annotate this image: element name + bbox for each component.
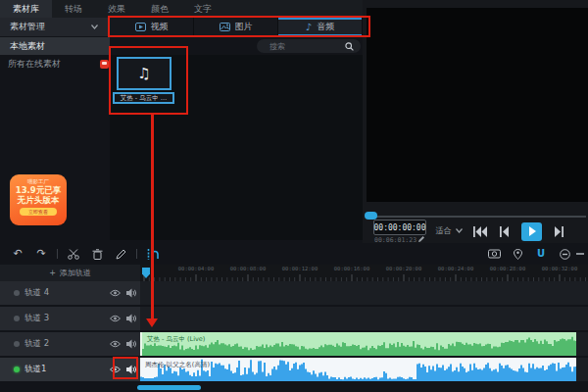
tab-material-library[interactable]: 素材库: [0, 0, 52, 18]
video-icon: [135, 23, 146, 31]
play-button[interactable]: [521, 222, 542, 241]
tab-audio[interactable]: ♪ 音频: [278, 18, 363, 36]
tab-video[interactable]: 视频: [110, 18, 194, 36]
speaker-icon[interactable]: [123, 314, 140, 323]
speaker-icon[interactable]: [123, 339, 140, 349]
zoom-slider[interactable]: [576, 253, 584, 255]
music-note-icon: ♪: [306, 23, 312, 31]
edit-timecode-icon[interactable]: [417, 235, 425, 243]
promo-line1: 13.9元已享: [10, 185, 67, 195]
track-header-3[interactable]: 轨道 3: [0, 307, 140, 330]
promo-cta-button[interactable]: 立即查看: [20, 208, 57, 216]
material-manage-label: 素材管理: [10, 21, 45, 33]
play-icon: [529, 226, 536, 236]
horizontal-scrollbar[interactable]: [137, 385, 201, 390]
tab-image[interactable]: 图片: [194, 18, 278, 36]
undo-button[interactable]: ↶: [6, 245, 29, 263]
speaker-icon[interactable]: [123, 288, 140, 298]
skip-start-button[interactable]: [473, 226, 487, 237]
track-select-dot-active[interactable]: [14, 367, 20, 372]
fit-dropdown[interactable]: 适合: [432, 223, 466, 238]
annotation-arrow-head: [146, 318, 158, 327]
track-select-dot[interactable]: [14, 290, 20, 296]
image-icon: [220, 23, 230, 31]
playhead-icon[interactable]: [142, 268, 150, 278]
promo-badge[interactable]: 喵影工厂 13.9元已享 无片头版本 立即查看: [10, 174, 67, 225]
edit-pen-button[interactable]: [109, 245, 132, 263]
toolbar-divider: [57, 249, 58, 259]
timeline-toolbar: ↶ ↷ U: [0, 245, 588, 263]
add-track-button[interactable]: + 添加轨道: [0, 265, 140, 281]
chevron-down-icon: [456, 228, 463, 233]
library-tabbar: 素材库 转场 效果 颜色 文字: [0, 0, 363, 18]
tab-transitions[interactable]: 转场: [52, 0, 95, 18]
eye-icon[interactable]: [107, 340, 123, 348]
speaker-icon[interactable]: [123, 365, 140, 374]
timeline-ruler[interactable]: 00:00:04:00 00:00:08:00 00:00:12:00 00:0…: [140, 265, 588, 281]
search-placeholder: 搜索: [270, 41, 285, 52]
tab-effects[interactable]: 效果: [95, 0, 138, 18]
track-select-dot[interactable]: [14, 341, 20, 347]
search-box[interactable]: 搜索: [257, 39, 361, 53]
track-select-dot[interactable]: [14, 316, 20, 321]
eye-icon[interactable]: [107, 366, 123, 373]
track-header-1[interactable]: 轨道1: [0, 358, 140, 381]
timecode-total: 00:06:01:23: [374, 236, 416, 244]
sidebar-item-local-media[interactable]: 本地素材: [0, 37, 110, 55]
audio-clip-title[interactable]: 艾热 - 乌云中 …: [113, 92, 174, 104]
audio-clip-green[interactable]: 艾热 - 乌云中 (Live): [140, 332, 576, 356]
seek-handle[interactable]: [365, 212, 377, 220]
hot-badge-icon: [100, 60, 109, 69]
seek-bar[interactable]: [376, 216, 586, 218]
transport-controls: [473, 221, 583, 241]
audio-clip-card[interactable]: ♫: [117, 57, 172, 90]
eye-icon[interactable]: [107, 315, 123, 322]
tab-text[interactable]: 文字: [181, 0, 224, 18]
promo-line2: 无片头版本: [10, 195, 67, 205]
annotation-arrow-line: [151, 115, 154, 318]
track-header-2[interactable]: 轨道 2: [0, 332, 140, 356]
eye-icon[interactable]: [107, 289, 123, 297]
material-manage-dropdown[interactable]: 素材管理: [0, 18, 110, 36]
track-lane-3[interactable]: [140, 307, 588, 330]
next-frame-button[interactable]: [555, 226, 564, 237]
search-icon: [345, 42, 354, 51]
tab-color[interactable]: 颜色: [138, 0, 181, 18]
record-icon[interactable]: [482, 245, 506, 263]
cut-button[interactable]: [62, 245, 85, 263]
zoom-out-icon[interactable]: [553, 245, 576, 263]
audio-clip-blue[interactable]: 周杰伦-以父之名(高清): [140, 358, 576, 381]
promo-brand: 喵影工厂: [10, 178, 67, 185]
u-icon[interactable]: U: [529, 245, 553, 263]
chevron-down-icon: [91, 24, 98, 29]
timecode-current[interactable]: 00:00:00:00: [373, 220, 426, 235]
waveform-green: [142, 332, 576, 356]
sidebar-item-online-media[interactable]: 所有在线素材: [0, 56, 110, 72]
redo-button[interactable]: ↷: [29, 245, 53, 263]
delete-button[interactable]: [85, 245, 109, 263]
toolbar-divider: [136, 249, 137, 259]
track-lane-4[interactable]: [140, 281, 588, 305]
marker-icon[interactable]: [506, 245, 529, 263]
media-type-tabs: 视频 图片 ♪ 音频: [110, 18, 363, 36]
prev-frame-button[interactable]: [500, 226, 509, 237]
music-note-icon: ♫: [137, 65, 150, 82]
track-header-4[interactable]: 轨道 4: [0, 281, 140, 305]
video-preview: [367, 8, 588, 202]
video-editor-app: 素材库 转场 效果 颜色 文字 素材管理 视频 图片 ♪ 音频 本地素材 搜索 …: [0, 0, 588, 392]
plus-icon: +: [49, 269, 56, 277]
